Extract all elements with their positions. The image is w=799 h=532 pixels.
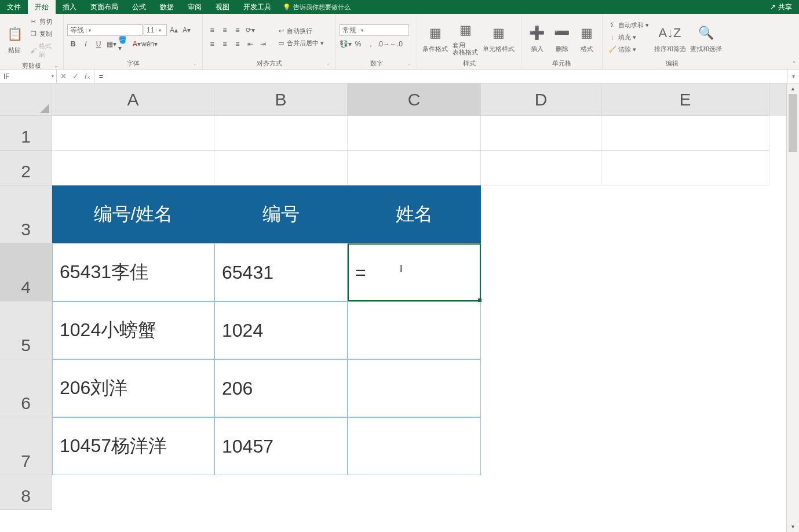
scroll-up-button[interactable]: ▲ (787, 83, 799, 94)
number-dialog-launcher[interactable]: ⌐ (407, 61, 413, 67)
menu-formulas[interactable]: 公式 (125, 0, 153, 14)
vertical-scrollbar[interactable]: ▲ ▼ (786, 83, 799, 532)
cell-c4[interactable]: = (348, 243, 481, 301)
col-head-b[interactable]: B (214, 83, 348, 116)
phonetic-button[interactable]: wén▾ (144, 38, 155, 50)
decrease-font-button[interactable]: A▾ (181, 24, 192, 36)
decrease-decimal-button[interactable]: ←.0 (391, 38, 402, 50)
font-size-combo[interactable]: 11▾ (144, 24, 167, 36)
merge-center-button[interactable]: ▭合并后居中▾ (275, 38, 326, 49)
row-head-3[interactable]: 3 (0, 185, 52, 243)
menu-file[interactable]: 文件 (0, 0, 28, 14)
alignment-dialog-launcher[interactable]: ⌐ (326, 61, 332, 67)
collapse-ribbon-button[interactable]: ˄ (793, 60, 796, 67)
tell-me-search[interactable]: 💡 告诉我你想要做什么 (283, 3, 351, 12)
menu-review[interactable]: 审阅 (181, 0, 209, 14)
formula-input[interactable]: = (94, 70, 787, 83)
cell-b5[interactable]: 1024 (214, 301, 348, 359)
col-head-c[interactable]: C (348, 83, 481, 116)
align-center-button[interactable]: ≡ (219, 38, 231, 50)
paste-button[interactable]: 📋 粘贴 (3, 16, 26, 60)
row-head-8[interactable]: 8 (0, 475, 52, 510)
format-as-table-button[interactable]: ▦套用 表格格式 (451, 16, 480, 58)
align-bottom-button[interactable]: ≡ (232, 24, 243, 36)
row-head-6[interactable]: 6 (0, 359, 52, 417)
cell-a6[interactable]: 206刘洋 (52, 359, 214, 417)
increase-decimal-button[interactable]: .0→ (378, 38, 389, 50)
menu-page-layout[interactable]: 页面布局 (83, 0, 125, 14)
row-head-1[interactable]: 1 (0, 116, 52, 151)
row-head-2[interactable]: 2 (0, 151, 52, 185)
wrap-text-button[interactable]: ↩自动换行 (275, 25, 326, 37)
comma-format-button[interactable]: , (365, 38, 377, 50)
number-format-combo[interactable]: 常规▾ (340, 24, 409, 36)
align-middle-button[interactable]: ≡ (219, 24, 231, 36)
scroll-track[interactable] (787, 94, 799, 522)
cell-c7[interactable] (348, 417, 481, 475)
conditional-format-button[interactable]: ▦条件格式 (421, 16, 450, 58)
menu-data[interactable]: 数据 (153, 0, 181, 14)
cell-b7[interactable]: 10457 (214, 417, 348, 475)
table-header-c[interactable]: 姓名 (348, 185, 481, 243)
cut-button[interactable]: ✂剪切 (27, 16, 60, 27)
copy-button[interactable]: ❐复制 (27, 28, 60, 39)
font-color-button[interactable]: A▾ (131, 38, 143, 50)
menu-developer[interactable]: 开发工具 (236, 0, 278, 14)
font-name-combo[interactable]: 等线▾ (67, 24, 143, 36)
font-dialog-launcher[interactable]: ⌐ (193, 61, 199, 67)
format-cells-button[interactable]: ▦格式 (575, 16, 599, 58)
italic-button[interactable]: I (80, 38, 92, 50)
menu-home[interactable]: 开始 (28, 0, 56, 14)
format-painter-button[interactable]: 🖌格式刷 (27, 41, 60, 60)
name-box[interactable]: IF ▾ (0, 70, 57, 83)
autosum-button[interactable]: Σ自动求和▾ (606, 20, 651, 31)
orientation-button[interactable]: ⟳▾ (245, 24, 256, 36)
fill-color-button[interactable]: 🪣▾ (118, 38, 130, 50)
clear-button[interactable]: 🧹清除▾ (606, 44, 651, 55)
increase-font-button[interactable]: A▴ (168, 24, 180, 36)
increase-indent-button[interactable]: ⇥ (257, 38, 269, 50)
row-head-4[interactable]: 4 (0, 243, 52, 301)
find-select-button[interactable]: 🔍查找和选择 (688, 16, 723, 58)
accounting-format-button[interactable]: 💱▾ (340, 38, 351, 50)
cell-a4[interactable]: 65431李佳 (52, 243, 214, 301)
align-left-button[interactable]: ≡ (206, 38, 218, 50)
cell-c6[interactable] (348, 359, 481, 417)
clipboard-dialog-launcher[interactable]: ⌐ (54, 63, 60, 69)
fill-button[interactable]: ↓填充▾ (606, 32, 651, 43)
align-top-button[interactable]: ≡ (206, 24, 218, 36)
cancel-formula-button[interactable]: ✕ (60, 72, 67, 81)
col-head-e[interactable]: E (601, 83, 769, 116)
cells-area[interactable]: 编号/姓名 编号 姓名 65431李佳 65431 = 1024小螃蟹 1024… (52, 116, 786, 532)
delete-cells-button[interactable]: ➖删除 (550, 16, 574, 58)
cell-a7[interactable]: 10457杨洋洋 (52, 417, 214, 475)
menu-view[interactable]: 视图 (209, 0, 236, 14)
border-button[interactable]: ▦▾ (105, 38, 117, 50)
menu-insert[interactable]: 插入 (56, 0, 83, 14)
enter-formula-button[interactable]: ✓ (72, 72, 79, 81)
table-header-b[interactable]: 编号 (214, 185, 348, 243)
share-button[interactable]: ↗ 共享 (763, 2, 799, 12)
table-header-a[interactable]: 编号/姓名 (52, 185, 214, 243)
col-head-a[interactable]: A (52, 83, 214, 116)
expand-formula-bar-button[interactable]: ▾ (787, 70, 799, 83)
scroll-thumb[interactable] (789, 94, 797, 152)
insert-function-button[interactable]: fₓ (85, 72, 90, 81)
bold-button[interactable]: B (67, 38, 79, 50)
scroll-down-button[interactable]: ▼ (787, 522, 799, 532)
cell-c5[interactable] (348, 301, 481, 359)
cell-b4[interactable]: 65431 (214, 243, 348, 301)
decrease-indent-button[interactable]: ⇤ (245, 38, 256, 50)
row-head-5[interactable]: 5 (0, 301, 52, 359)
sort-filter-button[interactable]: A↓Z排序和筛选 (652, 16, 687, 58)
percent-format-button[interactable]: % (352, 38, 364, 50)
cell-styles-button[interactable]: ▦单元格样式 (481, 16, 516, 58)
cell-b6[interactable]: 206 (214, 359, 348, 417)
cell-a5[interactable]: 1024小螃蟹 (52, 301, 214, 359)
col-head-d[interactable]: D (481, 83, 601, 116)
select-all-corner[interactable] (0, 83, 52, 116)
insert-cells-button[interactable]: ➕插入 (525, 16, 549, 58)
align-right-button[interactable]: ≡ (232, 38, 243, 50)
row-head-7[interactable]: 7 (0, 417, 52, 475)
underline-button[interactable]: U (93, 38, 104, 50)
